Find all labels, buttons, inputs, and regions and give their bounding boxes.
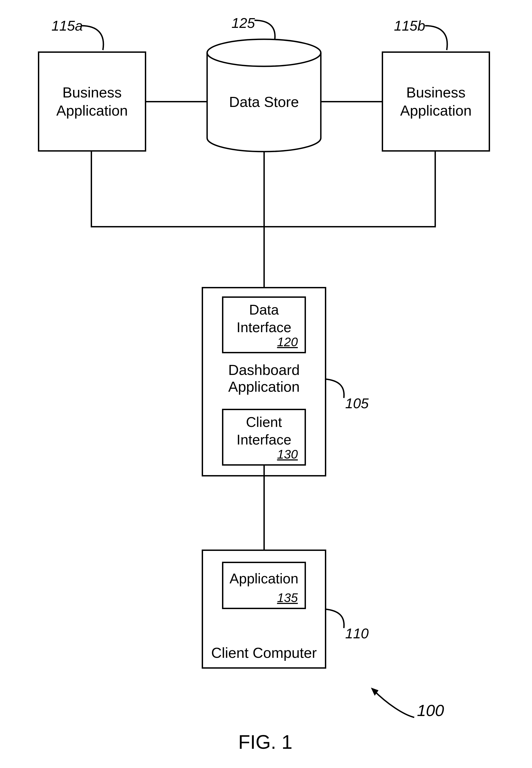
data-interface-refnum: 120	[277, 334, 298, 350]
svg-point-0	[207, 39, 321, 66]
data-store-leader	[254, 20, 284, 42]
business-application-b-leader	[425, 26, 460, 53]
figure-label: FIG. 1	[238, 731, 292, 753]
conn-ds-down	[263, 152, 265, 287]
dashboard-application-label: Dashboard Application	[210, 361, 318, 395]
data-store-ref: 125	[231, 15, 255, 31]
client-interface-box: Client Interface 130	[222, 409, 306, 466]
client-interface-refnum: 130	[277, 447, 298, 462]
application-box: Application 135	[222, 562, 306, 609]
data-interface-line1: Data	[249, 302, 279, 318]
dashboard-application-label-line2: Application	[228, 378, 300, 395]
figure-ref-100: 100	[417, 701, 444, 720]
conn-ba-to-ds	[146, 101, 207, 102]
figure-ref-100-arrow	[371, 688, 417, 720]
conn-ba-down-v	[91, 152, 92, 227]
application-label: Application	[230, 571, 298, 586]
business-application-a-line2: Application	[56, 102, 128, 120]
data-interface-line2: Interface	[237, 319, 291, 335]
client-interface-line1: Client	[246, 414, 282, 430]
business-application-a-line1: Business	[62, 83, 122, 102]
client-computer-leader	[325, 609, 352, 631]
conn-ba-down-h	[91, 226, 264, 227]
dashboard-leader	[325, 379, 352, 401]
client-interface-line2: Interface	[237, 432, 291, 447]
dashboard-application-label-line1: Dashboard	[228, 362, 300, 378]
business-application-a-ref: 115a	[51, 18, 83, 34]
conn-dashboard-to-client	[263, 466, 265, 550]
conn-bb-down-v	[435, 152, 436, 227]
business-application-a-leader	[81, 26, 116, 53]
business-application-b-line2: Application	[400, 102, 472, 120]
client-computer-label: Client Computer	[210, 644, 318, 661]
data-store-label: Data Store	[210, 93, 318, 110]
application-refnum: 135	[277, 590, 298, 606]
conn-ds-to-bb	[321, 101, 382, 102]
business-application-b-ref: 115b	[394, 18, 425, 34]
diagram-canvas: Business Application 115a Data Store 125…	[0, 0, 532, 768]
conn-bb-down-h	[264, 226, 436, 227]
business-application-b-box: Business Application	[382, 51, 490, 152]
business-application-b-line1: Business	[406, 83, 465, 102]
data-interface-box: Data Interface 120	[222, 296, 306, 353]
business-application-a-box: Business Application	[38, 51, 146, 152]
